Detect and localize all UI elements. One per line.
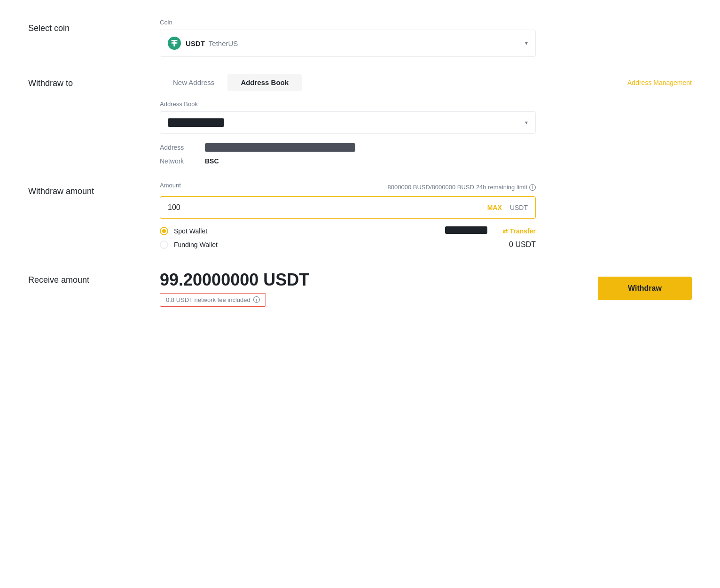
withdraw-to-content: New Address Address Book Address Managem… [160,74,692,165]
max-button[interactable]: MAX [487,204,502,211]
address-book-dropdown[interactable]: ▾ [160,111,536,134]
usdt-icon [168,37,181,50]
funding-wallet-balance-value: 0 USDT [509,240,536,248]
funding-wallet-name: Funding Wallet [174,241,218,248]
network-value: BSC [205,157,536,165]
fee-info-text: 0.8 USDT network fee included [166,296,250,303]
fee-info-icon[interactable]: i [253,296,260,303]
select-coin-content: Coin USDT TetherUS ▾ [160,19,692,57]
withdraw-button[interactable]: Withdraw [598,277,692,300]
spot-wallet-name: Spot Wallet [174,227,207,235]
funding-wallet-row: Funding Wallet 0 USDT [160,240,536,249]
select-coin-label: Select coin [28,19,160,33]
address-book-tab[interactable]: Address Book [227,74,302,91]
limit-info: 8000000 BUSD/8000000 BUSD 24h remaining … [388,184,536,191]
coin-symbol: USDT [186,39,205,47]
fee-info-box: 0.8 USDT network fee included i [160,293,266,307]
coin-field-label: Coin [160,19,692,26]
withdraw-amount-label: Withdraw amount [28,182,160,196]
spot-wallet-balance [445,226,487,236]
network-label: Network [160,157,197,165]
address-label: Address [160,144,197,151]
amount-input-wrapper: MAX USDT [160,196,536,219]
funding-wallet-balance: 0 USDT [509,240,536,249]
amount-currency: USDT [510,204,528,211]
limit-label: 24h remaining limit [476,184,527,191]
transfer-button[interactable]: ⇄ Transfer [502,227,536,235]
limit-value: 8000000 BUSD/8000000 BUSD [388,184,474,191]
receive-content: 99.20000000 USDT 0.8 USDT network fee in… [160,271,570,307]
limit-info-icon[interactable]: i [529,184,536,191]
address-book-field-label: Address Book [160,101,692,108]
amount-actions: MAX USDT [487,204,528,211]
wallet-options: Spot Wallet ⇄ Transfer Funding Wallet 0 … [160,226,536,249]
tab-switcher: New Address Address Book Address Managem… [160,74,692,91]
receive-amount-section: Receive amount 99.20000000 USDT 0.8 USDT… [28,271,692,307]
new-address-tab[interactable]: New Address [160,74,227,91]
withdraw-to-label: Withdraw to [28,74,160,88]
address-book-dropdown-arrow: ▾ [525,119,528,126]
withdraw-amount-content: Amount 8000000 BUSD/8000000 BUSD 24h rem… [160,182,692,254]
receive-amount-value: 99.20000000 USDT [160,271,570,289]
coin-dropdown-arrow: ▾ [525,40,528,46]
spot-wallet-radio-inner [162,229,166,233]
amount-divider [506,204,506,211]
spot-wallet-masked-balance [445,226,487,234]
withdraw-to-section: Withdraw to New Address Address Book Add… [28,74,692,165]
receive-amount-content: 99.20000000 USDT 0.8 USDT network fee in… [160,271,692,307]
select-coin-section: Select coin Coin USDT TetherUS ▾ [28,19,692,57]
receive-amount-label: Receive amount [28,271,160,285]
receive-section-inner: 99.20000000 USDT 0.8 USDT network fee in… [160,271,692,307]
amount-header: Amount 8000000 BUSD/8000000 BUSD 24h rem… [160,182,536,193]
amount-input[interactable] [168,203,487,212]
coin-dropdown[interactable]: USDT TetherUS ▾ [160,30,536,57]
transfer-icon: ⇄ [502,227,508,235]
amount-field-label: Amount [160,182,181,189]
address-book-masked-value [168,118,224,127]
address-network-grid: Address Network BSC [160,143,536,165]
address-masked-value [205,143,355,152]
transfer-label: Transfer [510,227,536,235]
spot-wallet-row: Spot Wallet ⇄ Transfer [160,226,536,236]
funding-wallet-radio[interactable] [160,240,168,249]
coin-name: TetherUS [209,39,238,47]
spot-wallet-radio[interactable] [160,227,168,235]
address-management-link[interactable]: Address Management [627,79,692,86]
withdraw-amount-section: Withdraw amount Amount 8000000 BUSD/8000… [28,182,692,254]
